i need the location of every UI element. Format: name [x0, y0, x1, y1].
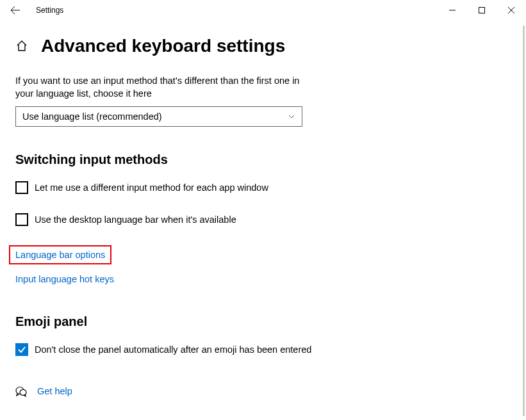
checkbox-emoji-panel-stay-open[interactable]: Don't close the panel automatically afte…: [15, 343, 511, 356]
maximize-button[interactable]: [467, 0, 497, 20]
checkbox-desktop-language-bar[interactable]: Use the desktop language bar when it's a…: [15, 213, 511, 226]
chevron-down-icon: [288, 113, 295, 120]
get-help-row[interactable]: Get help: [15, 385, 511, 397]
app-title: Settings: [36, 6, 63, 15]
page-description: If you want to use an input method that'…: [15, 74, 310, 100]
page-header: Advanced keyboard settings: [15, 36, 511, 56]
window-controls: [438, 0, 526, 20]
help-icon: [15, 385, 27, 397]
section-switching-title: Switching input methods: [15, 152, 511, 167]
checkbox-label: Use the desktop language bar when it's a…: [35, 214, 236, 225]
checkbox-label: Let me use a different input method for …: [35, 182, 268, 193]
dropdown-value: Use language list (recommended): [22, 111, 162, 122]
checkbox-box[interactable]: [15, 181, 28, 194]
link-input-language-hotkeys[interactable]: Input language hot keys: [15, 274, 114, 284]
scrollbar[interactable]: [523, 26, 525, 416]
page-title: Advanced keyboard settings: [41, 36, 285, 56]
link-language-bar-options[interactable]: Language bar options: [15, 250, 105, 260]
section-emoji-title: Emoji panel: [15, 314, 511, 329]
svg-rect-1: [479, 8, 485, 13]
checkbox-box[interactable]: [15, 213, 28, 226]
content-area: Advanced keyboard settings If you want t…: [0, 20, 526, 397]
back-button[interactable]: [10, 5, 21, 15]
highlight-annotation: Language bar options: [9, 245, 111, 264]
link-get-help[interactable]: Get help: [37, 386, 72, 396]
checkbox-label: Don't close the panel automatically afte…: [35, 344, 311, 355]
close-button[interactable]: [497, 0, 526, 20]
input-method-dropdown[interactable]: Use language list (recommended): [15, 106, 302, 127]
checkbox-different-input-per-app[interactable]: Let me use a different input method for …: [15, 181, 511, 194]
checkbox-box[interactable]: [15, 343, 28, 356]
home-icon[interactable]: [15, 40, 28, 52]
minimize-button[interactable]: [438, 0, 467, 20]
